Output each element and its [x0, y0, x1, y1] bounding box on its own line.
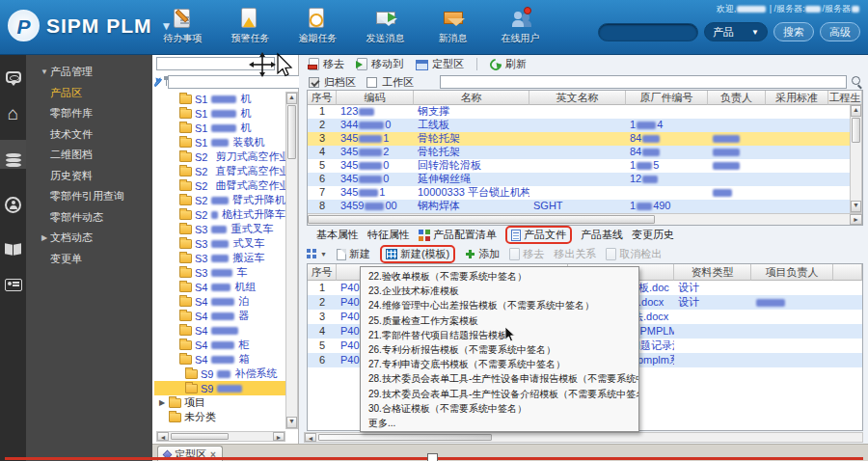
- nav-item-online-users[interactable]: 在线用户: [495, 7, 546, 45]
- tree-folder[interactable]: S9: [154, 381, 285, 395]
- tree-vertical-scrollbar[interactable]: ▲ ▼: [285, 92, 298, 429]
- nav-item-alert-task[interactable]: 预警任务: [225, 7, 276, 45]
- brand[interactable]: P SIPM PLM ▼: [8, 10, 172, 41]
- sidebar-item-历史资料[interactable]: 历史资料: [26, 166, 152, 187]
- tree-folder[interactable]: S4机组: [154, 280, 285, 294]
- table-horizontal-scrollbar[interactable]: ►: [308, 213, 862, 225]
- tree-folder[interactable]: S3搬运车: [154, 251, 285, 265]
- scroll-right-icon[interactable]: ►: [850, 214, 862, 225]
- column-header-编码[interactable]: 编码: [337, 91, 414, 105]
- tree-item-项目[interactable]: ▶项目: [154, 395, 285, 410]
- scroll-left-icon[interactable]: ◄: [305, 433, 316, 442]
- sidebar-item-技术文件[interactable]: 技术文件: [26, 124, 152, 146]
- column-header-原厂件编号[interactable]: 原厂件编号: [626, 91, 708, 105]
- tree-folder[interactable]: S1机: [154, 106, 285, 121]
- product-filter-input[interactable]: [440, 75, 847, 89]
- table-row[interactable]: 23440工线板14: [308, 119, 862, 132]
- sidebar-item-零部件库[interactable]: 零部件库: [26, 103, 152, 124]
- column-header-名称[interactable]: 名称: [414, 91, 529, 105]
- tree-folder[interactable]: S3车: [154, 265, 285, 280]
- scroll-down-icon[interactable]: ▼: [286, 417, 297, 428]
- menu-item-template[interactable]: 29.技术委员会表单工具-生产性设备介绍模板（不需要系统中签名）: [361, 387, 638, 401]
- tree-folder[interactable]: S2曲臂式高空作业平台: [154, 178, 285, 193]
- toolbar-button-定型区[interactable]: 定型区: [416, 57, 464, 71]
- table-row[interactable]: 43452骨轮托架84: [308, 146, 862, 159]
- tree-folder[interactable]: S4: [154, 323, 285, 338]
- menu-item-template[interactable]: 22.验收单模板（不需要系统中签名）: [361, 269, 638, 284]
- scroll-thumb[interactable]: [308, 215, 655, 224]
- tree-folder[interactable]: S2直臂式高空作业平台: [154, 164, 285, 178]
- column-header-采用标准[interactable]: 采用标准: [766, 91, 828, 105]
- file-toolbar-button-layout-grid-icon[interactable]: ▼: [307, 249, 327, 259]
- tree-item-未分类[interactable]: 未分类: [154, 410, 285, 424]
- tab-特征属性[interactable]: 特征属性: [367, 228, 410, 242]
- tree-folder[interactable]: S2桅柱式升降车: [154, 207, 285, 222]
- scroll-up-icon[interactable]: ▲: [286, 93, 297, 104]
- tab-产品配置清单[interactable]: 产品配置清单: [419, 228, 497, 242]
- advanced-search-button[interactable]: 高级: [820, 22, 860, 41]
- table-row[interactable]: 33451骨轮托架84: [308, 132, 862, 146]
- scroll-thumb[interactable]: [287, 105, 296, 159]
- magnifier-icon[interactable]: [852, 76, 863, 88]
- file-horizontal-scrollbar[interactable]: ◄: [304, 432, 863, 443]
- sidebar-item-零部件动态[interactable]: 零部件动态: [26, 207, 152, 229]
- file-toolbar-button-新建(模板)[interactable]: 新建(模板): [380, 245, 455, 263]
- tab-基本属性[interactable]: 基本属性: [316, 228, 359, 242]
- strip-button-message-search[interactable]: [0, 63, 26, 92]
- table-row[interactable]: 7345110000333 平台锁止机构: [308, 186, 862, 200]
- toolbar-button-刷新[interactable]: 刷新: [490, 57, 527, 71]
- sidebar-item-变更单[interactable]: 变更单: [26, 249, 152, 270]
- table-row[interactable]: 63450延伸钢丝绳12: [308, 173, 862, 186]
- search-button[interactable]: 搜索: [773, 22, 814, 41]
- scroll-right-icon[interactable]: ►: [273, 432, 285, 441]
- table-row[interactable]: 8345900钢构焊体SGHT1490: [308, 200, 862, 213]
- menu-item-template[interactable]: 25.质量检查工作方案模板: [361, 313, 638, 328]
- scroll-thumb[interactable]: [318, 434, 492, 441]
- sidebar-item-二维图档[interactable]: 二维图档: [26, 145, 152, 166]
- table-vertical-scrollbar[interactable]: ▲ ▼: [850, 105, 862, 213]
- sidebar-item-文档动态[interactable]: ▶文档动态: [26, 228, 152, 249]
- column-header-资料类型[interactable]: 资料类型: [674, 264, 751, 281]
- tree-folder[interactable]: S4箱: [154, 352, 285, 366]
- column-header-英文名称[interactable]: 英文名称: [529, 91, 626, 105]
- tree-folder[interactable]: S2剪刀式高空作业平台: [154, 149, 285, 164]
- tree-folder[interactable]: S1机: [154, 92, 285, 106]
- tree-folder[interactable]: S3式叉车: [154, 236, 285, 251]
- tree-folder[interactable]: S2臂式升降机: [154, 193, 285, 207]
- column-header-cut[interactable]: [833, 264, 862, 281]
- scroll-up-icon[interactable]: ▲: [851, 105, 861, 117]
- column-header-项目负责人[interactable]: 项目负责人: [751, 264, 833, 281]
- tree-folder[interactable]: S9补偿系统: [154, 366, 285, 381]
- tree-horizontal-scrollbar[interactable]: ◄ ►: [156, 431, 285, 442]
- strip-button-database[interactable]: [0, 140, 26, 169]
- table-row[interactable]: 1123钢支撑: [308, 105, 862, 119]
- scroll-left-icon[interactable]: ◄: [157, 432, 169, 441]
- nav-item-send-message[interactable]: 发送消息: [360, 7, 411, 45]
- menu-item-template[interactable]: 27.专利申请交底书模板（不需要系统中签名）: [361, 357, 638, 371]
- strip-button-contact[interactable]: [0, 190, 26, 219]
- tree-folder[interactable]: S1机: [154, 121, 285, 135]
- strip-button-id-card[interactable]: [0, 269, 26, 298]
- menu-item-template[interactable]: 24.维修管理中心出差报告模板（不需要系统中签名）: [361, 298, 638, 312]
- tree-folder[interactable]: S1装载机: [154, 135, 285, 149]
- sidebar-item-零部件引用查询[interactable]: 零部件引用查询: [26, 186, 152, 207]
- scroll-down-icon[interactable]: ▼: [851, 201, 861, 212]
- column-header-负责人[interactable]: 负责人: [708, 91, 766, 105]
- menu-item-template[interactable]: 30.合格证模板（不需要系统中签名）: [361, 401, 638, 416]
- column-header-序号[interactable]: 序号: [308, 91, 337, 105]
- column-header-序号[interactable]: 序号: [308, 264, 337, 281]
- table-row[interactable]: 53450回转滑轮滑板15: [308, 159, 862, 173]
- tree-search-input[interactable]: [169, 76, 300, 88]
- tab-产品基线[interactable]: 产品基线: [581, 228, 623, 242]
- tab-产品文件[interactable]: 产品文件: [505, 226, 572, 244]
- menu-item-template[interactable]: 更多...: [361, 416, 638, 430]
- work-area-checkbox[interactable]: [366, 77, 377, 88]
- nav-item-todo[interactable]: 待办事项: [157, 7, 208, 45]
- strip-button-home[interactable]: ⌂: [0, 99, 26, 128]
- tree-folder[interactable]: S4泊: [154, 294, 285, 309]
- tab-变更历史[interactable]: 变更历史: [632, 228, 674, 242]
- tree-folder[interactable]: S4柜: [154, 338, 285, 352]
- tree-filter-input[interactable]: [156, 57, 275, 70]
- tree-folder[interactable]: S3重式叉车: [154, 222, 285, 236]
- toolbar-button-移去[interactable]: 移去: [309, 57, 344, 71]
